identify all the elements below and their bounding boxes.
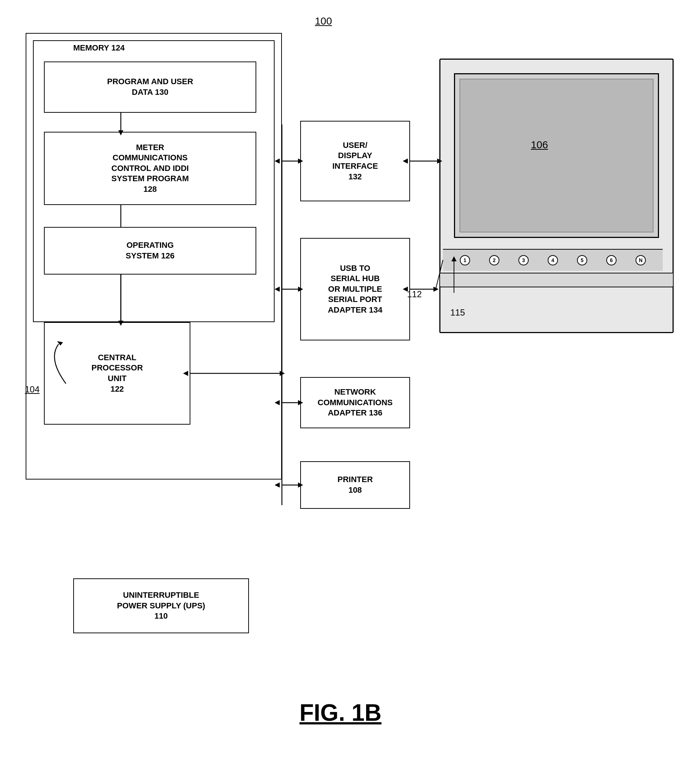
usb-serial-box: USB TOSERIAL HUBOR MULTIPLESERIAL PORTAD…: [300, 238, 410, 340]
printer-box: PRINTER108: [300, 461, 410, 509]
ref-115: 115: [450, 307, 465, 318]
monitor-inner-screen: [459, 79, 653, 233]
meter-comm-box: METERCOMMUNICATIONSCONTROL AND IDDISYSTE…: [44, 132, 256, 205]
ref-100: 100: [315, 16, 332, 27]
button-n[interactable]: N: [636, 255, 646, 265]
memory-label: MEMORY 124: [73, 43, 125, 53]
button-1[interactable]: 1: [460, 255, 470, 265]
svg-marker-24: [433, 287, 439, 292]
fig-label: FIG. 1B: [249, 699, 432, 726]
monitor-button-area: 1 2 3 4 5 6 N: [443, 249, 662, 271]
monitor-base: [439, 273, 673, 287]
program-data-box: PROGRAM AND USERDATA 130: [44, 61, 256, 113]
button-2[interactable]: 2: [489, 255, 499, 265]
svg-marker-17: [275, 482, 280, 488]
cpu-box: CENTRALPROCESSORUNIT122: [44, 322, 191, 425]
button-4[interactable]: 4: [548, 255, 558, 265]
button-3[interactable]: 3: [519, 255, 529, 265]
ref-112: 112: [407, 289, 422, 300]
ref-104: 104: [25, 384, 39, 395]
ups-box: UNINTERRUPTIBLEPOWER SUPPLY (UPS)110: [73, 578, 249, 633]
button-5[interactable]: 5: [577, 255, 587, 265]
ref-106: 106: [531, 139, 548, 151]
user-display-box: USER/DISPLAYINTERFACE132: [300, 121, 410, 201]
diagram-container: 100 MEMORY 124 PROGRAM AND USERDATA 130 …: [0, 0, 700, 757]
network-comm-box: NETWORKCOMMUNICATIONSADAPTER 136: [300, 377, 410, 428]
operating-sys-box: OPERATINGSYSTEM 126: [44, 227, 256, 275]
button-6[interactable]: 6: [606, 255, 617, 265]
